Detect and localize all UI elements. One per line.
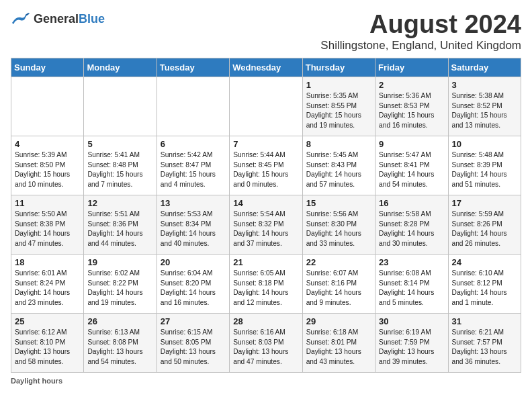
week-row-5: 25Sunrise: 6:12 AM Sunset: 8:10 PM Dayli… <box>11 313 521 372</box>
day-cell-7: 7Sunrise: 5:44 AM Sunset: 8:45 PM Daylig… <box>230 136 302 195</box>
day-info: Sunrise: 5:39 AM Sunset: 8:50 PM Dayligh… <box>15 150 80 190</box>
day-cell-29: 29Sunrise: 6:18 AM Sunset: 8:01 PM Dayli… <box>302 313 375 372</box>
day-number: 25 <box>15 316 80 326</box>
day-cell-17: 17Sunrise: 5:59 AM Sunset: 8:26 PM Dayli… <box>448 195 521 254</box>
day-cell-12: 12Sunrise: 5:51 AM Sunset: 8:36 PM Dayli… <box>84 195 157 254</box>
day-info: Sunrise: 6:02 AM Sunset: 8:22 PM Dayligh… <box>87 269 152 308</box>
day-info: Sunrise: 5:42 AM Sunset: 8:47 PM Dayligh… <box>161 150 226 190</box>
day-info: Sunrise: 6:16 AM Sunset: 8:03 PM Dayligh… <box>233 328 298 367</box>
day-cell-10: 10Sunrise: 5:48 AM Sunset: 8:39 PM Dayli… <box>448 136 521 195</box>
day-cell-22: 22Sunrise: 6:07 AM Sunset: 8:16 PM Dayli… <box>302 254 375 313</box>
week-row-4: 18Sunrise: 6:01 AM Sunset: 8:24 PM Dayli… <box>11 254 521 313</box>
day-number: 9 <box>379 139 444 149</box>
day-cell-21: 21Sunrise: 6:05 AM Sunset: 8:18 PM Dayli… <box>230 254 302 313</box>
day-cell-18: 18Sunrise: 6:01 AM Sunset: 8:24 PM Dayli… <box>11 254 84 313</box>
day-info: Sunrise: 5:59 AM Sunset: 8:26 PM Dayligh… <box>452 210 517 249</box>
day-number: 16 <box>379 198 444 208</box>
day-info: Sunrise: 6:18 AM Sunset: 8:01 PM Dayligh… <box>306 328 371 367</box>
day-number: 2 <box>379 80 444 90</box>
day-info: Sunrise: 5:48 AM Sunset: 8:39 PM Dayligh… <box>452 150 517 190</box>
day-number: 27 <box>161 316 226 326</box>
column-header-monday: Monday <box>84 58 157 77</box>
day-info: Sunrise: 5:58 AM Sunset: 8:28 PM Dayligh… <box>379 210 444 249</box>
column-header-thursday: Thursday <box>302 58 375 77</box>
column-header-friday: Friday <box>375 58 448 77</box>
header-row: SundayMondayTuesdayWednesdayThursdayFrid… <box>11 58 521 77</box>
day-number: 5 <box>87 139 152 149</box>
day-info: Sunrise: 6:01 AM Sunset: 8:24 PM Dayligh… <box>15 269 80 308</box>
day-info: Sunrise: 6:05 AM Sunset: 8:18 PM Dayligh… <box>233 269 298 308</box>
day-number: 18 <box>15 257 80 267</box>
day-number: 14 <box>233 198 298 208</box>
day-number: 22 <box>306 257 371 267</box>
logo-bird-icon <box>11 11 31 27</box>
day-cell-empty <box>157 77 229 136</box>
footer-note: Daylight hours <box>11 377 521 385</box>
day-cell-11: 11Sunrise: 5:50 AM Sunset: 8:38 PM Dayli… <box>11 195 84 254</box>
day-cell-empty <box>11 77 84 136</box>
day-number: 19 <box>87 257 152 267</box>
logo-text: GeneralBlue <box>34 12 105 26</box>
day-info: Sunrise: 5:53 AM Sunset: 8:34 PM Dayligh… <box>161 210 226 249</box>
footer-label: Daylight hours <box>11 377 62 385</box>
logo-blue: Blue <box>79 12 105 26</box>
day-cell-20: 20Sunrise: 6:04 AM Sunset: 8:20 PM Dayli… <box>157 254 229 313</box>
day-number: 20 <box>161 257 226 267</box>
day-info: Sunrise: 6:12 AM Sunset: 8:10 PM Dayligh… <box>15 328 80 367</box>
day-cell-5: 5Sunrise: 5:41 AM Sunset: 8:48 PM Daylig… <box>84 136 157 195</box>
day-cell-8: 8Sunrise: 5:45 AM Sunset: 8:43 PM Daylig… <box>302 136 375 195</box>
day-info: Sunrise: 5:47 AM Sunset: 8:41 PM Dayligh… <box>379 150 444 190</box>
calendar-title: August 2024 <box>320 11 521 39</box>
day-info: Sunrise: 5:56 AM Sunset: 8:30 PM Dayligh… <box>306 210 371 249</box>
day-number: 12 <box>87 198 152 208</box>
day-info: Sunrise: 6:04 AM Sunset: 8:20 PM Dayligh… <box>161 269 226 308</box>
day-number: 26 <box>87 316 152 326</box>
day-cell-3: 3Sunrise: 5:38 AM Sunset: 8:52 PM Daylig… <box>448 77 521 136</box>
day-info: Sunrise: 5:51 AM Sunset: 8:36 PM Dayligh… <box>87 210 152 249</box>
calendar-subtitle: Shillingstone, England, United Kingdom <box>320 39 521 52</box>
day-info: Sunrise: 5:50 AM Sunset: 8:38 PM Dayligh… <box>15 210 80 249</box>
day-number: 30 <box>379 316 444 326</box>
day-cell-14: 14Sunrise: 5:54 AM Sunset: 8:32 PM Dayli… <box>230 195 302 254</box>
day-cell-27: 27Sunrise: 6:15 AM Sunset: 8:05 PM Dayli… <box>157 313 229 372</box>
day-cell-24: 24Sunrise: 6:10 AM Sunset: 8:12 PM Dayli… <box>448 254 521 313</box>
day-number: 21 <box>233 257 298 267</box>
title-area: August 2024 Shillingstone, England, Unit… <box>320 11 521 52</box>
day-cell-19: 19Sunrise: 6:02 AM Sunset: 8:22 PM Dayli… <box>84 254 157 313</box>
day-cell-25: 25Sunrise: 6:12 AM Sunset: 8:10 PM Dayli… <box>11 313 84 372</box>
column-header-saturday: Saturday <box>448 58 521 77</box>
day-number: 7 <box>233 139 298 149</box>
day-info: Sunrise: 5:44 AM Sunset: 8:45 PM Dayligh… <box>233 150 298 190</box>
day-number: 10 <box>452 139 517 149</box>
day-info: Sunrise: 6:13 AM Sunset: 8:08 PM Dayligh… <box>87 328 152 367</box>
column-header-sunday: Sunday <box>11 58 84 77</box>
day-info: Sunrise: 6:19 AM Sunset: 7:59 PM Dayligh… <box>379 328 444 367</box>
day-info: Sunrise: 6:15 AM Sunset: 8:05 PM Dayligh… <box>161 328 226 367</box>
day-cell-13: 13Sunrise: 5:53 AM Sunset: 8:34 PM Dayli… <box>157 195 229 254</box>
day-number: 6 <box>161 139 226 149</box>
week-row-3: 11Sunrise: 5:50 AM Sunset: 8:38 PM Dayli… <box>11 195 521 254</box>
day-info: Sunrise: 5:54 AM Sunset: 8:32 PM Dayligh… <box>233 210 298 249</box>
day-cell-1: 1Sunrise: 5:35 AM Sunset: 8:55 PM Daylig… <box>302 77 375 136</box>
week-row-1: 1Sunrise: 5:35 AM Sunset: 8:55 PM Daylig… <box>11 77 521 136</box>
header: GeneralBlue August 2024 Shillingstone, E… <box>11 11 521 52</box>
day-cell-30: 30Sunrise: 6:19 AM Sunset: 7:59 PM Dayli… <box>375 313 448 372</box>
day-cell-empty <box>84 77 157 136</box>
day-info: Sunrise: 6:10 AM Sunset: 8:12 PM Dayligh… <box>452 269 517 308</box>
day-number: 1 <box>306 80 371 90</box>
day-number: 13 <box>161 198 226 208</box>
day-cell-6: 6Sunrise: 5:42 AM Sunset: 8:47 PM Daylig… <box>157 136 229 195</box>
day-number: 29 <box>306 316 371 326</box>
day-cell-empty <box>230 77 302 136</box>
day-info: Sunrise: 5:36 AM Sunset: 8:53 PM Dayligh… <box>379 91 444 131</box>
day-info: Sunrise: 6:08 AM Sunset: 8:14 PM Dayligh… <box>379 269 444 308</box>
day-number: 3 <box>452 80 517 90</box>
day-number: 17 <box>452 198 517 208</box>
day-cell-9: 9Sunrise: 5:47 AM Sunset: 8:41 PM Daylig… <box>375 136 448 195</box>
day-cell-23: 23Sunrise: 6:08 AM Sunset: 8:14 PM Dayli… <box>375 254 448 313</box>
day-number: 24 <box>452 257 517 267</box>
day-info: Sunrise: 6:07 AM Sunset: 8:16 PM Dayligh… <box>306 269 371 308</box>
day-number: 31 <box>452 316 517 326</box>
day-number: 28 <box>233 316 298 326</box>
column-header-tuesday: Tuesday <box>157 58 229 77</box>
